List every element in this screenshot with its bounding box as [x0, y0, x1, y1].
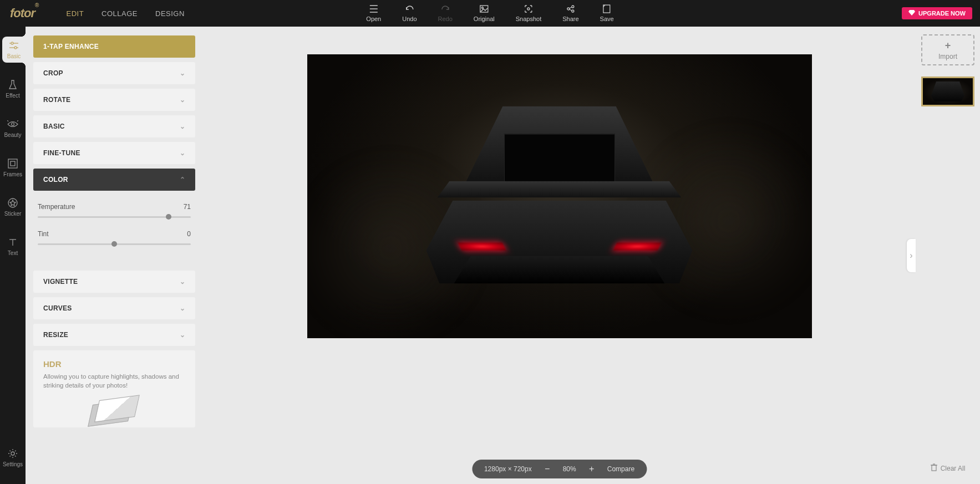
hdr-desc: Allowing you to capture highlights, shad…: [43, 372, 185, 390]
crop-section[interactable]: CROP⌄: [33, 62, 195, 84]
nav-collage[interactable]: COLLAGE: [101, 9, 138, 18]
frame-icon: [7, 158, 18, 169]
color-controls: Temperature71 Tint0: [33, 195, 195, 271]
share-tool[interactable]: Share: [562, 4, 578, 22]
chevron-down-icon: ⌄: [180, 304, 185, 312]
basic-panel: 1-TAP ENHANCE CROP⌄ ROTATE⌄ BASIC⌄ FINE-…: [26, 27, 203, 484]
redo-tool[interactable]: Redo: [438, 4, 453, 22]
svg-point-16: [14, 47, 17, 49]
hdr-illustration: [87, 395, 142, 423]
chevron-down-icon: ⌄: [180, 278, 185, 286]
zoom-percent: 80%: [563, 465, 576, 473]
canvas-area: 1280px × 720px − 80% + Compare ›: [203, 27, 916, 484]
upgrade-button[interactable]: UPGRADE NOW: [902, 7, 972, 19]
tool-rail: Basic Effect Beauty Frames Sticker Text …: [0, 27, 26, 484]
svg-marker-12: [908, 10, 915, 16]
nav-design[interactable]: DESIGN: [155, 9, 185, 18]
topbar: fotor® EDIT COLLAGE DESIGN Open Undo Red…: [0, 0, 980, 27]
import-button[interactable]: + Import: [921, 34, 974, 65]
tint-label: Tint: [38, 230, 49, 238]
temperature-control: Temperature71: [35, 203, 193, 218]
trash-icon: [931, 463, 937, 473]
svg-point-8: [572, 10, 574, 12]
flask-icon: [7, 79, 18, 90]
crop-icon: [524, 4, 534, 13]
hdr-promo[interactable]: HDR Allowing you to capture highlights, …: [33, 350, 195, 427]
enhance-button[interactable]: 1-TAP ENHANCE: [33, 35, 195, 58]
svg-point-5: [527, 8, 530, 10]
rail-basic[interactable]: Basic: [2, 37, 26, 63]
chevron-up-icon: ⌃: [180, 176, 185, 184]
hdr-title: HDR: [43, 359, 185, 369]
svg-rect-28: [932, 465, 936, 471]
image-icon: [479, 4, 489, 13]
main-nav: EDIT COLLAGE DESIGN: [66, 9, 184, 18]
resize-section[interactable]: RESIZE⌄: [33, 324, 195, 346]
plus-icon: +: [945, 40, 951, 52]
nav-edit[interactable]: EDIT: [66, 9, 84, 18]
color-section[interactable]: COLOR⌃: [33, 169, 195, 191]
svg-line-9: [570, 7, 572, 8]
save-icon: [602, 4, 612, 13]
zoom-in-button[interactable]: +: [587, 464, 596, 474]
temperature-label: Temperature: [38, 203, 75, 211]
rotate-section[interactable]: ROTATE⌄: [33, 89, 195, 111]
logo[interactable]: fotor®: [0, 6, 48, 21]
thumbnail-active[interactable]: [921, 77, 974, 106]
temperature-value: 71: [184, 203, 191, 211]
zoom-bar: 1280px × 720px − 80% + Compare: [472, 460, 647, 478]
chevron-down-icon: ⌄: [180, 96, 185, 104]
svg-rect-21: [8, 159, 17, 168]
text-icon: [7, 237, 18, 248]
clear-all-button[interactable]: Clear All: [921, 460, 974, 476]
tint-slider[interactable]: [38, 243, 191, 245]
chevron-down-icon: ⌄: [180, 149, 185, 157]
snapshot-tool[interactable]: Snapshot: [516, 4, 541, 22]
star-icon: [7, 197, 18, 208]
top-tools: Open Undo Redo Original Snapshot Share S…: [366, 4, 613, 22]
rail-beauty[interactable]: Beauty: [0, 115, 26, 141]
sliders-icon: [8, 40, 19, 51]
rail-frames[interactable]: Frames: [0, 155, 26, 181]
save-tool[interactable]: Save: [600, 4, 614, 22]
finetune-section[interactable]: FINE-TUNE⌄: [33, 142, 195, 164]
compare-button[interactable]: Compare: [607, 465, 634, 473]
svg-point-4: [481, 7, 483, 9]
right-sidebar: + Import Clear All: [916, 27, 980, 484]
rail-effect[interactable]: Effect: [0, 76, 26, 102]
original-tool[interactable]: Original: [474, 4, 495, 22]
rail-text[interactable]: Text: [0, 233, 26, 259]
undo-icon: [404, 4, 414, 13]
svg-point-17: [12, 123, 14, 126]
image-dimensions: 1280px × 720px: [484, 465, 532, 473]
temperature-slider[interactable]: [38, 216, 191, 218]
svg-point-27: [11, 452, 14, 455]
tint-value: 0: [187, 230, 191, 238]
chevron-down-icon: ⌄: [180, 123, 185, 130]
zoom-out-button[interactable]: −: [543, 464, 552, 474]
tint-control: Tint0: [35, 230, 193, 245]
chevron-down-icon: ⌄: [180, 331, 185, 339]
rail-sticker[interactable]: Sticker: [0, 194, 26, 220]
open-tool[interactable]: Open: [366, 4, 381, 22]
collapse-right-handle[interactable]: ›: [907, 239, 916, 272]
svg-line-18: [7, 120, 8, 121]
svg-point-7: [572, 6, 574, 8]
svg-rect-22: [11, 161, 15, 166]
svg-point-6: [567, 8, 570, 10]
diamond-icon: [908, 10, 915, 17]
canvas-image[interactable]: [307, 54, 812, 338]
share-icon: [566, 4, 576, 13]
curves-section[interactable]: CURVES⌄: [33, 297, 195, 319]
eye-icon: [7, 119, 18, 130]
rail-settings[interactable]: Settings: [0, 445, 26, 471]
gear-icon: [7, 448, 18, 459]
redo-icon: [440, 4, 450, 13]
undo-tool[interactable]: Undo: [402, 4, 417, 22]
svg-line-10: [570, 9, 572, 11]
chevron-down-icon: ⌄: [180, 69, 185, 77]
vignette-section[interactable]: VIGNETTE⌄: [33, 271, 195, 293]
menu-icon: [369, 4, 379, 13]
basic-section[interactable]: BASIC⌄: [33, 115, 195, 137]
svg-point-14: [11, 42, 13, 44]
